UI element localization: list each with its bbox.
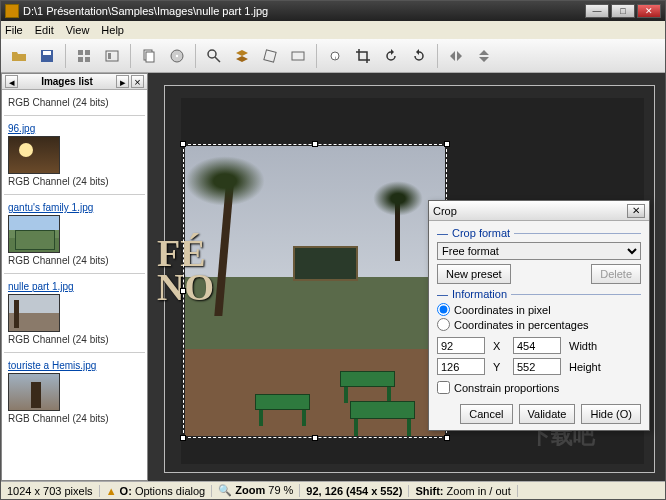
flip-h-icon[interactable]: [444, 44, 468, 68]
open-icon[interactable]: [7, 44, 31, 68]
titlebar[interactable]: D:\1 Présentation\Samples\Images\nulle p…: [1, 1, 665, 21]
svg-rect-7: [108, 53, 111, 59]
rotate-icon[interactable]: [258, 44, 282, 68]
thumbnail[interactable]: [8, 294, 60, 332]
rotate-left-icon[interactable]: [379, 44, 403, 68]
menu-edit[interactable]: Edit: [35, 24, 54, 36]
radio-percent[interactable]: [437, 318, 450, 331]
cd-icon[interactable]: [165, 44, 189, 68]
sidebar-close-icon[interactable]: ×: [131, 75, 144, 88]
svg-rect-9: [146, 52, 154, 62]
sidebar-prev-icon[interactable]: ◂: [5, 75, 18, 88]
thumbnail[interactable]: [8, 373, 60, 411]
radio-pixel[interactable]: [437, 303, 450, 316]
crop-format-select[interactable]: Free format: [437, 242, 641, 260]
status-info: 92, 126 (454 x 552): [306, 485, 402, 497]
svg-point-11: [176, 54, 178, 56]
grid-icon[interactable]: [72, 44, 96, 68]
maximize-button[interactable]: □: [611, 4, 635, 18]
list-item: RGB Channel (24 bits): [4, 92, 145, 111]
sidebar-next-icon[interactable]: ▸: [116, 75, 129, 88]
svg-rect-15: [292, 52, 304, 60]
dialog-titlebar[interactable]: Crop ✕: [429, 201, 649, 221]
thumbnail[interactable]: [8, 136, 60, 174]
height-input[interactable]: [513, 358, 561, 375]
dialog-close-icon[interactable]: ✕: [627, 204, 645, 218]
svg-rect-3: [85, 50, 90, 55]
layers-icon[interactable]: [230, 44, 254, 68]
menu-help[interactable]: Help: [101, 24, 124, 36]
close-button[interactable]: ✕: [637, 4, 661, 18]
group-information: Information: [452, 288, 507, 300]
save-icon[interactable]: [35, 44, 59, 68]
wall-text: FÉNO: [157, 236, 214, 304]
card-icon[interactable]: [286, 44, 310, 68]
list-item: 96.jpg RGB Channel (24 bits): [4, 120, 145, 190]
cancel-button[interactable]: Cancel: [460, 404, 512, 424]
list-item: nulle part 1.jpg RGB Channel (24 bits): [4, 278, 145, 348]
list-item: touriste a Hemis.jpg RGB Channel (24 bit…: [4, 357, 145, 427]
channel-label: RGB Channel (24 bits): [8, 255, 141, 266]
warn-icon: ▲: [106, 485, 117, 497]
new-preset-button[interactable]: New preset: [437, 264, 511, 284]
statusbar: 1024 x 703 pixels ▲ O: Options dialog 🔍 …: [1, 481, 665, 499]
svg-point-12: [208, 50, 216, 58]
rotate-right-icon[interactable]: [407, 44, 431, 68]
channel-label: RGB Channel (24 bits): [8, 413, 141, 424]
y-input[interactable]: [437, 358, 485, 375]
menu-file[interactable]: File: [5, 24, 23, 36]
files-icon[interactable]: [137, 44, 161, 68]
menu-view[interactable]: View: [66, 24, 90, 36]
dialog-title: Crop: [433, 205, 457, 217]
crop-dialog[interactable]: Crop ✕ —Crop format Free format New pres…: [428, 200, 650, 431]
app-icon: [5, 4, 19, 18]
file-link[interactable]: nulle part 1.jpg: [8, 281, 141, 292]
hide-button[interactable]: Hide (O): [581, 404, 641, 424]
svg-rect-14: [264, 49, 276, 61]
svg-rect-6: [106, 51, 118, 61]
group-crop-format: Crop format: [452, 227, 510, 239]
toolbar: [1, 39, 665, 73]
crop-tool-icon[interactable]: [351, 44, 375, 68]
channel-label: RGB Channel (24 bits): [8, 176, 141, 187]
file-link[interactable]: gantu's family 1.jpg: [8, 202, 141, 213]
svg-rect-4: [78, 57, 83, 62]
menubar: File Edit View Help: [1, 21, 665, 39]
channel-label: RGB Channel (24 bits): [8, 334, 141, 345]
validate-button[interactable]: Validate: [519, 404, 576, 424]
constrain-checkbox[interactable]: [437, 381, 450, 394]
status-dims: 1024 x 703 pixels: [1, 485, 100, 497]
svg-rect-2: [78, 50, 83, 55]
image-list[interactable]: RGB Channel (24 bits) 96.jpg RGB Channel…: [2, 90, 147, 480]
x-input[interactable]: [437, 337, 485, 354]
width-input[interactable]: [513, 337, 561, 354]
minimize-button[interactable]: —: [585, 4, 609, 18]
zoom-status-icon: 🔍: [218, 484, 232, 496]
svg-rect-1: [43, 51, 51, 55]
window-title: D:\1 Présentation\Samples\Images\nulle p…: [23, 5, 268, 17]
file-link[interactable]: 96.jpg: [8, 123, 141, 134]
brightness-icon[interactable]: [323, 44, 347, 68]
sidebar: ◂ Images list ▸ × RGB Channel (24 bits) …: [1, 73, 148, 481]
svg-line-13: [215, 57, 220, 62]
thumb-icon[interactable]: [100, 44, 124, 68]
thumbnail[interactable]: [8, 215, 60, 253]
svg-rect-5: [85, 57, 90, 62]
list-item: gantu's family 1.jpg RGB Channel (24 bit…: [4, 199, 145, 269]
flip-v-icon[interactable]: [472, 44, 496, 68]
sidebar-header: ◂ Images list ▸ ×: [2, 74, 147, 90]
photo: [185, 146, 445, 436]
delete-button[interactable]: Delete: [591, 264, 641, 284]
channel-label: RGB Channel (24 bits): [8, 97, 141, 108]
file-link[interactable]: touriste a Hemis.jpg: [8, 360, 141, 371]
zoom-icon[interactable]: [202, 44, 226, 68]
